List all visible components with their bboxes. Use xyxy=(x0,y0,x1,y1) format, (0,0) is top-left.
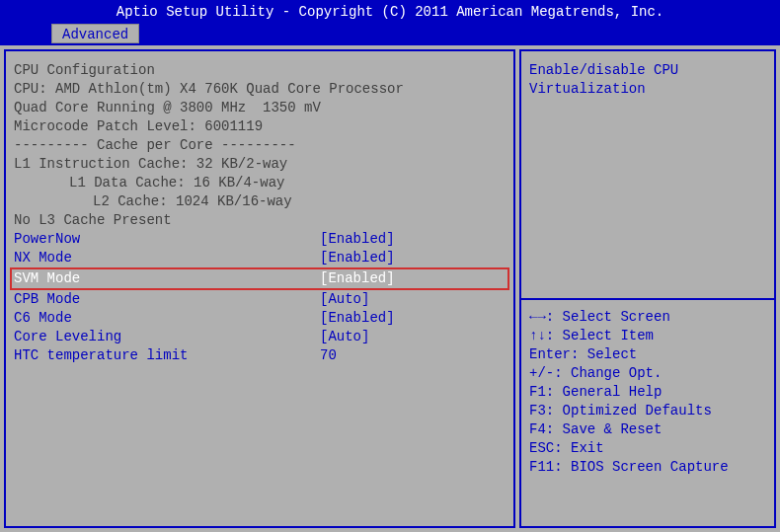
setting-c6-mode[interactable]: C6 Mode [Enabled] xyxy=(14,309,506,328)
section-heading: CPU Configuration xyxy=(14,61,506,80)
setting-value: [Auto] xyxy=(320,328,369,346)
main-area: CPU Configuration CPU: AMD Athlon(tm) X4… xyxy=(0,45,780,532)
setting-value: [Enabled] xyxy=(320,230,395,249)
setting-value: 70 xyxy=(320,346,337,365)
tab-row: Advanced xyxy=(0,24,780,45)
help-description: Enable/disable CPU Virtualization xyxy=(529,61,766,99)
setting-label: CPB Mode xyxy=(14,290,320,309)
cpu-speed: Quad Core Running @ 3800 MHz 1350 mV xyxy=(14,99,506,117)
setting-label: PowerNow xyxy=(14,230,320,249)
bottom-pad xyxy=(529,477,766,516)
setting-label: Core Leveling xyxy=(14,328,320,346)
title-bar: Aptio Setup Utility - Copyright (C) 2011… xyxy=(0,0,780,24)
l2-cache: L2 Cache: 1024 KB/16-way xyxy=(14,192,506,211)
help-desc-line: Virtualization xyxy=(529,80,766,99)
help-key-f1: F1: General Help xyxy=(529,383,766,402)
help-key-select-item: ↑↓: Select Item xyxy=(529,327,766,345)
l1i-cache: L1 Instruction Cache: 32 KB/2-way xyxy=(14,155,506,174)
help-key-change: +/-: Change Opt. xyxy=(529,364,766,383)
help-key-f3: F3: Optimized Defaults xyxy=(529,402,766,420)
setting-value: [Auto] xyxy=(320,290,369,309)
setting-svm-mode[interactable]: SVM Mode [Enabled] xyxy=(10,267,509,290)
help-key-esc: ESC: Exit xyxy=(529,439,766,458)
setting-value: [Enabled] xyxy=(320,309,395,328)
setting-powernow[interactable]: PowerNow [Enabled] xyxy=(14,230,506,249)
no-l3: No L3 Cache Present xyxy=(14,211,506,230)
setting-label: SVM Mode xyxy=(14,269,320,288)
cpu-info: CPU: AMD Athlon(tm) X4 760K Quad Core Pr… xyxy=(14,80,506,99)
setting-label: HTC temperature limit xyxy=(14,346,320,365)
l1d-cache: L1 Data Cache: 16 KB/4-way xyxy=(14,174,506,192)
setting-core-leveling[interactable]: Core Leveling [Auto] xyxy=(14,328,506,346)
help-divider xyxy=(521,298,774,300)
tab-advanced[interactable]: Advanced xyxy=(51,24,139,43)
cache-header: --------- Cache per Core --------- xyxy=(14,136,506,155)
help-desc-line: Enable/disable CPU xyxy=(529,61,766,80)
help-panel: Enable/disable CPU Virtualization ←→: Se… xyxy=(519,49,776,528)
setting-nx-mode[interactable]: NX Mode [Enabled] xyxy=(14,249,506,267)
setting-label: NX Mode xyxy=(14,249,320,267)
setting-htc-temp[interactable]: HTC temperature limit 70 xyxy=(14,346,506,365)
help-key-select-screen: ←→: Select Screen xyxy=(529,308,766,327)
help-key-enter: Enter: Select xyxy=(529,345,766,364)
setting-cpb-mode[interactable]: CPB Mode [Auto] xyxy=(14,290,506,309)
bios-screen: Aptio Setup Utility - Copyright (C) 2011… xyxy=(0,0,780,532)
setting-value: [Enabled] xyxy=(320,249,395,267)
help-key-f4: F4: Save & Reset xyxy=(529,420,766,439)
help-keys: ←→: Select Screen ↑↓: Select Item Enter:… xyxy=(529,308,766,477)
left-panel: CPU Configuration CPU: AMD Athlon(tm) X4… xyxy=(4,49,515,528)
setting-label: C6 Mode xyxy=(14,309,320,328)
microcode: Microcode Patch Level: 6001119 xyxy=(14,117,506,136)
spacer xyxy=(529,99,766,290)
setting-value: [Enabled] xyxy=(320,269,395,288)
help-key-f11: F11: BIOS Screen Capture xyxy=(529,458,766,477)
